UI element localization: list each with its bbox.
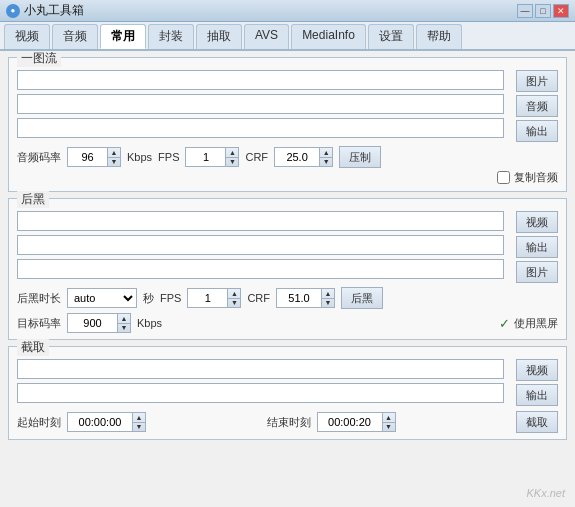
jiequ-side-buttons: 视频 输出 xyxy=(516,359,558,407)
start-time-label: 起始时刻 xyxy=(17,415,61,430)
yituliu-output-button[interactable]: 输出 xyxy=(516,120,558,142)
crf-label2: CRF xyxy=(247,292,270,304)
houhei-output-input[interactable] xyxy=(17,235,504,255)
yituliu-params-row: 音频码率 ▲ ▼ Kbps FPS ▲ ▼ CRF xyxy=(17,146,558,168)
duration-label: 后黑时长 xyxy=(17,291,61,306)
minimize-button[interactable]: — xyxy=(517,4,533,18)
crf-input2[interactable] xyxy=(276,288,321,308)
window-title: 小丸工具箱 xyxy=(24,2,84,19)
houhei-section: 后黑 视频 输出 图片 xyxy=(8,198,567,340)
houhei-output-button[interactable]: 输出 xyxy=(516,236,558,258)
kbps-label2: Kbps xyxy=(137,317,162,329)
start-time-spin: ▲ ▼ xyxy=(67,412,146,432)
close-button[interactable]: ✕ xyxy=(553,4,569,18)
crf-input1[interactable] xyxy=(274,147,319,167)
app-icon: ● xyxy=(6,4,20,18)
jiequ-input1-row xyxy=(17,359,504,379)
copy-audio-label: 复制音频 xyxy=(514,170,558,185)
fps-spin2: ▲ ▼ xyxy=(187,288,241,308)
jiequ-video-button[interactable]: 视频 xyxy=(516,359,558,381)
jiequ-section: 截取 视频 输出 起始时刻 xyxy=(8,346,567,440)
audio-bitrate-down[interactable]: ▼ xyxy=(108,158,120,167)
fps-spin1: ▲ ▼ xyxy=(185,147,239,167)
fps-up2[interactable]: ▲ xyxy=(228,289,240,299)
audio-bitrate-up[interactable]: ▲ xyxy=(108,148,120,158)
target-bitrate-label: 目标码率 xyxy=(17,316,61,331)
compress-button[interactable]: 压制 xyxy=(339,146,381,168)
houhei-params-row1: 后黑时长 auto 1 2 3 秒 FPS ▲ ▼ xyxy=(17,287,558,309)
houhei-title: 后黑 xyxy=(17,191,49,208)
houhei-input1-row xyxy=(17,211,504,231)
duration-dropdown[interactable]: auto 1 2 3 xyxy=(67,288,137,308)
fps-down1[interactable]: ▼ xyxy=(226,158,238,167)
target-bitrate-up[interactable]: ▲ xyxy=(118,314,130,324)
jiequ-video-input[interactable] xyxy=(17,359,504,379)
houhei-video-input[interactable] xyxy=(17,211,504,231)
jiequ-input2-row xyxy=(17,383,504,403)
end-time-up[interactable]: ▲ xyxy=(383,413,395,423)
audio-bitrate-input[interactable] xyxy=(67,147,107,167)
tab-mediainfo[interactable]: MediaInfo xyxy=(291,24,366,49)
yituliu-audio-button[interactable]: 音频 xyxy=(516,95,558,117)
houhei-image-button[interactable]: 图片 xyxy=(516,261,558,283)
fps-up1[interactable]: ▲ xyxy=(226,148,238,158)
title-bar: ● 小丸工具箱 — □ ✕ xyxy=(0,0,575,22)
crf-down2[interactable]: ▼ xyxy=(322,299,334,308)
use-black-check-icon: ✓ xyxy=(499,316,510,331)
yituliu-side-buttons: 图片 音频 输出 xyxy=(516,70,558,142)
houhei-input2-row xyxy=(17,235,504,255)
target-bitrate-input[interactable] xyxy=(67,313,117,333)
copy-audio-checkbox[interactable] xyxy=(497,171,510,184)
tab-extract[interactable]: 抽取 xyxy=(196,24,242,49)
yituliu-output-input[interactable] xyxy=(17,118,504,138)
start-time-input[interactable] xyxy=(67,412,132,432)
yituliu-title: 一图流 xyxy=(17,51,61,67)
houhei-params-row2: 目标码率 ▲ ▼ Kbps ✓ 使用黑屏 xyxy=(17,313,558,333)
tab-video[interactable]: 视频 xyxy=(4,24,50,49)
crf-spin1: ▲ ▼ xyxy=(274,147,333,167)
houhei-image-input[interactable] xyxy=(17,259,504,279)
tab-package[interactable]: 封装 xyxy=(148,24,194,49)
audio-bitrate-spin: ▲ ▼ xyxy=(67,147,121,167)
yituliu-image-input[interactable] xyxy=(17,70,504,90)
audio-bitrate-label: 音频码率 xyxy=(17,150,61,165)
houhei-input3-row xyxy=(17,259,504,279)
yituliu-input1-row xyxy=(17,70,504,90)
crf-up1[interactable]: ▲ xyxy=(320,148,332,158)
tab-common[interactable]: 常用 xyxy=(100,24,146,49)
tab-avs[interactable]: AVS xyxy=(244,24,289,49)
houhei-video-button[interactable]: 视频 xyxy=(516,211,558,233)
window-controls: — □ ✕ xyxy=(517,4,569,18)
target-bitrate-down[interactable]: ▼ xyxy=(118,324,130,333)
crf-down1[interactable]: ▼ xyxy=(320,158,332,167)
jiequ-output-input[interactable] xyxy=(17,383,504,403)
yituliu-audio-input[interactable] xyxy=(17,94,504,114)
yituliu-image-button[interactable]: 图片 xyxy=(516,70,558,92)
fps-input1[interactable] xyxy=(185,147,225,167)
fps-input2[interactable] xyxy=(187,288,227,308)
houhei-side-buttons: 视频 输出 图片 xyxy=(516,211,558,283)
tab-help[interactable]: 帮助 xyxy=(416,24,462,49)
miao-label: 秒 xyxy=(143,291,154,306)
houhei-button[interactable]: 后黑 xyxy=(341,287,383,309)
use-black-label: 使用黑屏 xyxy=(514,316,558,331)
crf-spin2: ▲ ▼ xyxy=(276,288,335,308)
yituliu-input3-row xyxy=(17,118,504,138)
end-time-down[interactable]: ▼ xyxy=(383,423,395,432)
tab-settings[interactable]: 设置 xyxy=(368,24,414,49)
end-time-input[interactable] xyxy=(317,412,382,432)
start-time-up[interactable]: ▲ xyxy=(133,413,145,423)
jiequ-button[interactable]: 截取 xyxy=(516,411,558,433)
end-time-label: 结束时刻 xyxy=(267,415,311,430)
maximize-button[interactable]: □ xyxy=(535,4,551,18)
jiequ-output-button[interactable]: 输出 xyxy=(516,384,558,406)
main-content: 一图流 图片 音频 输出 xyxy=(0,51,575,507)
fps-down2[interactable]: ▼ xyxy=(228,299,240,308)
tab-audio[interactable]: 音频 xyxy=(52,24,98,49)
crf-up2[interactable]: ▲ xyxy=(322,289,334,299)
watermark: KKx.net xyxy=(526,487,565,499)
start-time-down[interactable]: ▼ xyxy=(133,423,145,432)
jiequ-params-row: 起始时刻 ▲ ▼ 结束时刻 ▲ ▼ xyxy=(17,411,558,433)
yituliu-section: 一图流 图片 音频 输出 xyxy=(8,57,567,192)
fps-label1: FPS xyxy=(158,151,179,163)
